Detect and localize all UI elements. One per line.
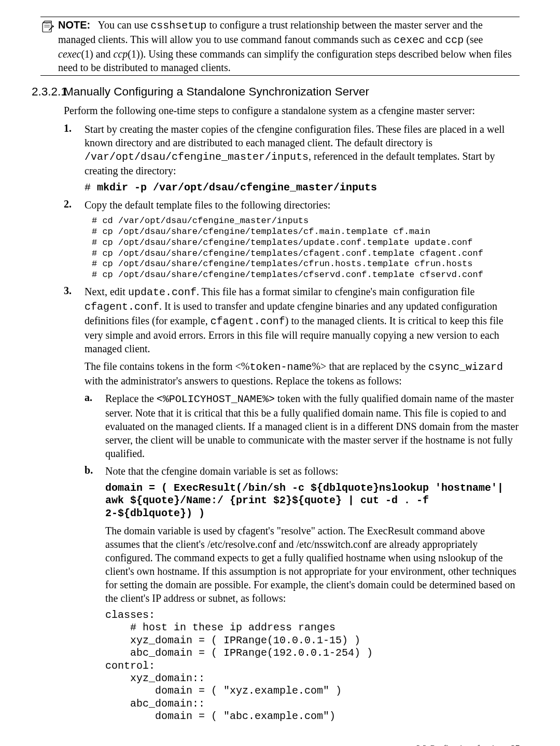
section-heading: 2.3.2.1Manually Configuring a Standalone… bbox=[32, 85, 520, 99]
svg-rect-0 bbox=[43, 23, 51, 32]
step3b-code2: classes: # host in these ip address rang… bbox=[105, 609, 520, 723]
step-3b: Note that the cfengine domain variable i… bbox=[85, 464, 520, 723]
note-label: NOTE: bbox=[58, 19, 90, 31]
intro-paragraph: Perform the following one-time steps to … bbox=[64, 104, 520, 117]
step-2: Copy the default template files to the f… bbox=[64, 198, 520, 280]
step2-code: # cd /var/opt/dsau/cfengine_master/input… bbox=[92, 216, 520, 280]
step-1: Start by creating the master copies of t… bbox=[64, 122, 520, 194]
page-footer: 2.3 Configuring cfengine 27 bbox=[40, 743, 520, 746]
step-3a: Replace the <%POLICYHOST_NAME%> token wi… bbox=[85, 392, 520, 460]
note-icon bbox=[40, 20, 54, 37]
step1-command: # mkdir -p /var/opt/dsau/cfengine_master… bbox=[85, 182, 520, 194]
note-text: NOTE: You can use csshsetup to configure… bbox=[58, 18, 520, 74]
step-3: Next, edit update.conf. This file has a … bbox=[64, 285, 520, 723]
step3b-code1: domain = ( ExecResult(/bin/sh -c ${dblqu… bbox=[105, 482, 520, 520]
